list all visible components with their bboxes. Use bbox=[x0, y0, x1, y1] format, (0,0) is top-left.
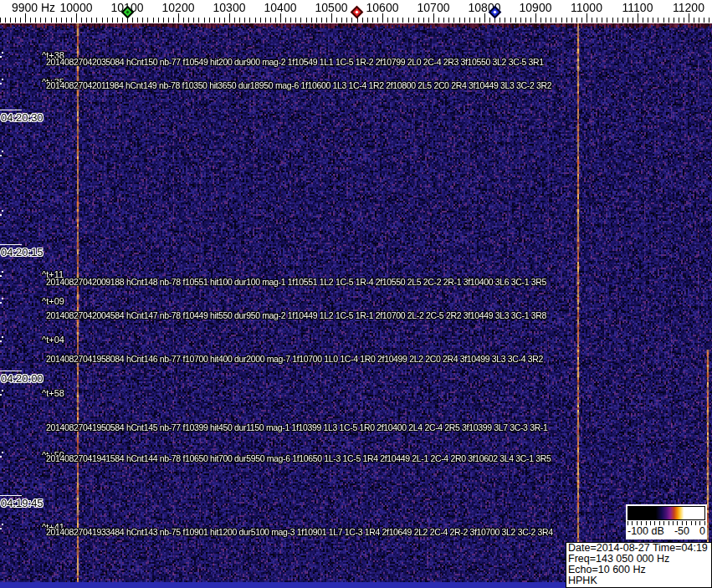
freq-tick bbox=[336, 18, 337, 23]
freq-tick bbox=[224, 18, 225, 23]
freq-tick bbox=[91, 18, 92, 23]
freq-tick bbox=[674, 18, 674, 23]
freq-label: 11200 bbox=[673, 1, 704, 14]
freq-tick bbox=[382, 13, 383, 23]
freq-tick bbox=[346, 18, 347, 23]
freq-tick bbox=[249, 18, 250, 23]
freq-tick bbox=[551, 18, 551, 23]
freq-tick bbox=[219, 18, 220, 23]
freq-tick bbox=[540, 18, 541, 23]
freq-label: 10200 bbox=[162, 1, 195, 14]
freq-tick bbox=[448, 18, 449, 23]
freq-tick bbox=[45, 18, 46, 23]
freq-tick bbox=[525, 18, 526, 23]
db-gradient-bar bbox=[627, 506, 705, 520]
freq-tick bbox=[96, 18, 97, 23]
freq-label: 10600 bbox=[366, 1, 399, 14]
freq-tick bbox=[571, 18, 572, 23]
freq-label: 9900 Hz bbox=[12, 1, 55, 14]
freq-tick bbox=[464, 18, 465, 23]
freq-tick bbox=[709, 18, 709, 23]
freq-tick bbox=[510, 18, 511, 23]
spectrogram-app-window: 9900 Hz100001010010200103001040010500106… bbox=[0, 0, 712, 588]
freq-tick bbox=[112, 18, 113, 23]
freq-tick bbox=[290, 18, 291, 23]
freq-tick bbox=[566, 18, 567, 23]
freq-tick bbox=[198, 18, 199, 23]
freq-tick bbox=[357, 18, 358, 23]
freq-tick bbox=[35, 18, 36, 23]
freq-tick bbox=[392, 18, 393, 23]
freq-tick bbox=[648, 18, 648, 23]
freq-tick bbox=[61, 18, 62, 23]
freq-tick bbox=[474, 18, 475, 23]
freq-tick bbox=[0, 18, 1, 23]
freq-tick bbox=[607, 18, 607, 23]
freq-label: 10900 bbox=[520, 1, 552, 14]
freq-label: 10000 bbox=[60, 1, 93, 14]
freq-tick bbox=[265, 18, 266, 23]
freq-tick bbox=[556, 18, 556, 23]
freq-tick bbox=[30, 18, 31, 23]
freq-label: 10500 bbox=[315, 1, 348, 14]
freq-tick bbox=[367, 18, 368, 23]
freq-tick bbox=[234, 18, 235, 23]
freq-tick bbox=[163, 18, 164, 23]
freq-tick bbox=[679, 18, 679, 23]
freq-tick bbox=[132, 18, 133, 23]
freq-tick bbox=[51, 18, 52, 23]
freq-tick bbox=[76, 13, 77, 23]
freq-tick bbox=[316, 18, 317, 23]
freq-tick bbox=[20, 18, 21, 23]
freq-tick bbox=[428, 18, 429, 23]
freq-tick bbox=[581, 18, 582, 23]
freq-tick bbox=[25, 13, 26, 23]
freq-tick bbox=[535, 13, 536, 23]
freq-label: 11100 bbox=[622, 1, 653, 14]
freq-tick bbox=[587, 13, 587, 23]
freq-tick bbox=[193, 18, 194, 23]
freq-tick bbox=[443, 18, 444, 23]
freq-tick bbox=[515, 18, 516, 23]
freq-tick bbox=[158, 18, 159, 23]
freq-label: 10400 bbox=[264, 1, 297, 14]
freq-tick bbox=[617, 18, 618, 23]
spectrogram-waterfall bbox=[0, 23, 712, 588]
freq-label: 11000 bbox=[571, 1, 602, 14]
freq-tick bbox=[122, 18, 123, 23]
freq-tick bbox=[66, 18, 67, 23]
freq-tick bbox=[71, 18, 72, 23]
freq-tick bbox=[397, 18, 398, 23]
freq-tick bbox=[413, 18, 414, 23]
freq-tick bbox=[86, 18, 87, 23]
freq-tick bbox=[377, 18, 378, 23]
freq-tick bbox=[260, 18, 261, 23]
freq-tick bbox=[668, 18, 669, 23]
db-label-mid: -50 bbox=[674, 525, 689, 537]
freq-tick bbox=[612, 18, 613, 23]
freq-tick bbox=[102, 18, 103, 23]
freq-tick bbox=[178, 13, 179, 23]
freq-tick bbox=[433, 13, 434, 23]
freq-tick bbox=[107, 18, 108, 23]
freq-tick bbox=[214, 18, 215, 23]
status-info-box: Date=2014-08-27 Time=04:19 UTC Freq=143 … bbox=[566, 542, 712, 588]
freq-tick bbox=[188, 18, 189, 23]
freq-tick bbox=[597, 18, 597, 23]
marker-center-dot bbox=[355, 10, 358, 13]
freq-tick bbox=[173, 18, 174, 23]
freq-tick bbox=[622, 18, 623, 23]
freq-tick bbox=[117, 18, 118, 23]
db-scale-legend: -100 dB -50 0 bbox=[626, 504, 707, 539]
freq-tick bbox=[280, 13, 281, 23]
freq-tick bbox=[351, 18, 352, 23]
freq-tick bbox=[5, 18, 6, 23]
db-scale-labels: -100 dB -50 0 bbox=[627, 525, 705, 537]
freq-tick bbox=[40, 18, 41, 23]
freq-tick bbox=[459, 18, 460, 23]
freq-tick bbox=[408, 18, 409, 23]
freq-tick bbox=[602, 18, 602, 23]
freq-marker-red-diamond-icon[interactable] bbox=[351, 6, 364, 19]
freq-tick bbox=[183, 18, 184, 23]
freq-tick bbox=[505, 18, 505, 23]
